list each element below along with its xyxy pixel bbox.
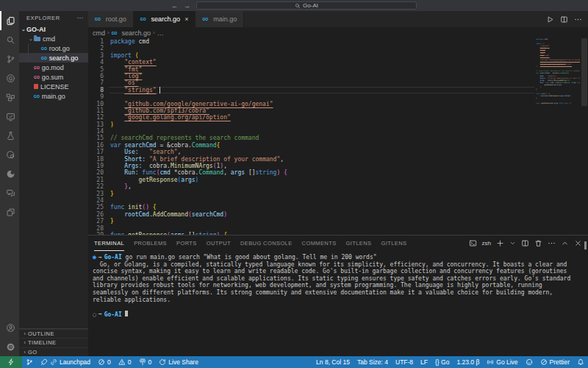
code-line-10: "github.com/google/generative-ai-go/gena… xyxy=(109,101,534,107)
tab-search-go[interactable]: GOsearch.go× xyxy=(134,11,196,27)
status-ports[interactable]: 0 xyxy=(135,356,156,368)
line-number-16: 16 xyxy=(88,142,104,149)
tab-root-go[interactable]: GOroot.go xyxy=(88,11,134,27)
status-notifications[interactable] xyxy=(573,356,588,368)
sidebar-section-go[interactable]: ›GO xyxy=(19,347,88,357)
status-label: 0 xyxy=(107,358,111,366)
close-panel-button[interactable] xyxy=(574,239,582,247)
terminal-profile-dropdown[interactable] xyxy=(509,240,516,247)
status-eol[interactable]: LF xyxy=(417,356,431,368)
panel-tab-gitlens-2[interactable]: GITLENS xyxy=(381,236,406,251)
close-icon[interactable]: × xyxy=(184,15,188,23)
tree-item-go-mod[interactable]: GOgo.mod xyxy=(19,63,88,72)
status-launchpad[interactable]: Launchpad xyxy=(37,356,94,368)
split-terminal-button[interactable] xyxy=(521,239,529,247)
comments-icon xyxy=(6,188,15,198)
activity-comments[interactable] xyxy=(0,183,19,202)
sidebar-section-outline[interactable]: ›OUTLINE xyxy=(19,329,88,339)
activity-gitlens[interactable] xyxy=(0,68,19,88)
run-button[interactable] xyxy=(546,15,554,24)
tree-item-root-go[interactable]: GOroot.go xyxy=(19,43,88,53)
status-gitlens-status[interactable] xyxy=(22,356,37,368)
tree-item-cmd[interactable]: ⌄cmd xyxy=(19,34,88,43)
terminal-scrollbar[interactable] xyxy=(584,241,587,250)
breadcrumb-item[interactable]: search.go xyxy=(121,29,151,37)
tree-item-license[interactable]: LICENSE xyxy=(19,82,88,91)
status-prettier[interactable]: Prettier xyxy=(537,356,573,368)
panel-tab-gitlens[interactable]: GITLENS xyxy=(346,236,372,251)
editor-scrollbar[interactable] xyxy=(581,38,588,235)
status-remote[interactable] xyxy=(0,356,22,368)
panel-more-button[interactable] xyxy=(548,239,556,247)
panel-tab-problems[interactable]: PROBLEMS xyxy=(134,236,167,251)
panel-tab-comments[interactable]: COMMENTS xyxy=(302,236,337,251)
status-language-mode[interactable]: {} Go xyxy=(431,356,453,368)
sidebar-section-timeline[interactable]: ›TIMELINE xyxy=(19,338,88,347)
shell-name[interactable]: zsh xyxy=(482,240,491,247)
minimap[interactable]: package cmdimport ( "context" "fmt" "log… xyxy=(534,38,580,235)
section-label: GO xyxy=(28,349,37,355)
activity-explorer[interactable] xyxy=(0,11,19,30)
panel-tab-terminal[interactable]: TERMINAL xyxy=(94,236,124,251)
circle-slash-icon xyxy=(98,358,105,366)
tree-item-search-go[interactable]: GOsearch.go xyxy=(19,53,88,63)
status-label: 0 xyxy=(148,358,152,366)
explorer-title: EXPLORER xyxy=(26,15,60,21)
terminal[interactable]: ●→Go-AI go run main.go search "What is g… xyxy=(88,251,588,356)
new-terminal-button[interactable] xyxy=(496,239,504,247)
activity-account[interactable] xyxy=(0,318,19,337)
status-label: Live Share xyxy=(168,358,198,366)
tree-item-main-go[interactable]: GOmain.go xyxy=(19,91,88,101)
panel-tab-output[interactable]: OUTPUT xyxy=(207,236,231,251)
prompt-dir: Go-AI xyxy=(104,254,122,261)
breadcrumb-item[interactable]: … xyxy=(157,29,164,37)
status-tab-size[interactable]: Tab Size: 4 xyxy=(354,356,392,368)
split-editor-button[interactable] xyxy=(560,15,568,24)
activity-bar xyxy=(0,11,19,356)
go-file-icon: GO xyxy=(34,94,40,99)
kill-terminal-button[interactable] xyxy=(534,239,542,247)
line-number-22: 22 xyxy=(88,183,104,190)
explorer-more-actions[interactable]: ⋯ xyxy=(76,14,84,21)
status-encoding[interactable]: UTF-8 xyxy=(392,356,417,368)
status-go-version[interactable]: 1.23.0 β xyxy=(453,356,483,368)
activity-live-preview[interactable] xyxy=(0,145,19,164)
panel-tab-debug-console[interactable]: DEBUG CONSOLE xyxy=(240,236,293,251)
tree-item-label: LICENSE xyxy=(40,83,69,91)
tree-item-label: cmd xyxy=(43,35,55,43)
status-warnings[interactable]: 0 xyxy=(115,356,135,368)
activity-settings[interactable] xyxy=(0,337,19,356)
more-actions-button[interactable] xyxy=(574,15,582,24)
broadcast-icon xyxy=(487,358,494,366)
activity-source-control[interactable] xyxy=(0,49,19,68)
activity-workspaces[interactable] xyxy=(0,202,19,222)
back-arrow-icon[interactable]: ← xyxy=(171,2,178,10)
status-live-share[interactable]: Live Share xyxy=(155,356,202,368)
tree-item-go-sum[interactable]: GOgo.sum xyxy=(19,72,88,82)
section-label: TIMELINE xyxy=(28,339,57,346)
status-go-live[interactable]: Go Live xyxy=(483,356,521,368)
activity-extensions[interactable] xyxy=(0,88,19,107)
command-center-search[interactable]: Go-AI xyxy=(196,1,417,10)
line-number-18: 18 xyxy=(88,156,104,163)
prompt-arrow: → xyxy=(96,254,104,261)
status-errors[interactable]: 0 xyxy=(94,356,115,368)
breadcrumb[interactable]: cmd›GOsearch.go›… xyxy=(88,27,588,38)
status-label: Go Live xyxy=(496,358,517,366)
activity-search[interactable] xyxy=(0,30,19,49)
status-feedback[interactable] xyxy=(522,356,537,368)
activity-testing[interactable] xyxy=(0,126,19,145)
code-line-17: Use: "search", xyxy=(109,149,534,155)
terminal-response: Go, or Golang, is a compiled, statically… xyxy=(93,261,588,304)
breadcrumb-item[interactable]: cmd xyxy=(93,29,105,37)
code-editor[interactable]: 1234567891011121314151617181920212223242… xyxy=(88,38,588,235)
maximize-panel-button[interactable] xyxy=(561,239,569,247)
tree-item-go-ai[interactable]: ⌄GO-AI xyxy=(19,24,88,34)
line-number-25: 25 xyxy=(88,204,104,210)
activity-remote-explorer[interactable] xyxy=(0,107,19,126)
status-cursor-position[interactable]: Ln 8, Col 15 xyxy=(312,356,354,368)
forward-arrow-icon[interactable]: → xyxy=(184,2,190,10)
tab-main-go[interactable]: GOmain.go xyxy=(196,11,244,27)
panel-tab-ports[interactable]: PORTS xyxy=(176,236,197,251)
activity-copilot[interactable] xyxy=(0,164,19,183)
